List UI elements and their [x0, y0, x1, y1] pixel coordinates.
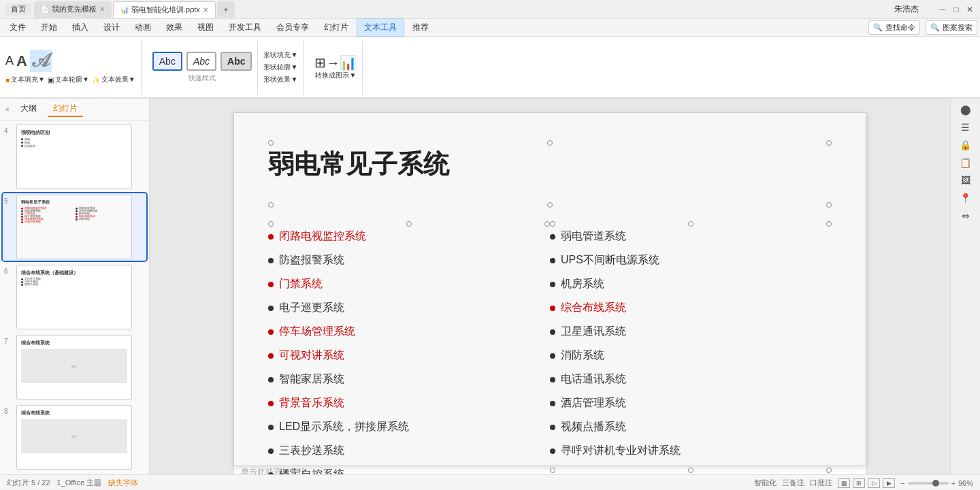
bullet-dot: [550, 425, 555, 430]
bullet-right-1: 弱电管道系统: [550, 229, 832, 244]
slide-canvas[interactable]: 弱电常见子系统: [233, 112, 866, 466]
ribbon-tab-animation[interactable]: 动画: [128, 19, 158, 36]
view-present[interactable]: ▷: [868, 478, 880, 488]
add-tab-button[interactable]: +: [217, 1, 235, 18]
ribbon-tab-start[interactable]: 开始: [34, 19, 64, 36]
handle-bm-title[interactable]: [547, 202, 553, 208]
right-panel-icon-1[interactable]: ⬤: [960, 104, 971, 115]
handle-tm-title[interactable]: [547, 140, 553, 146]
ribbon-tab-vip[interactable]: 会员专享: [270, 19, 316, 36]
tab-close-1[interactable]: ✕: [99, 5, 105, 13]
smart-label[interactable]: 智能化: [754, 478, 777, 488]
notes2-label[interactable]: 口批注: [810, 478, 832, 488]
slide-thumb-6[interactable]: 综合布线系统（基础建设） 工作区子系统 水平子系统 管理子系统: [16, 265, 132, 329]
handle-bl-title[interactable]: [268, 202, 274, 208]
slide-item-6[interactable]: 6 综合布线系统（基础建设） 工作区子系统 水平子系统 管理子系统: [3, 263, 146, 331]
shape-outline-button[interactable]: 形状轮廓▼: [263, 63, 297, 72]
bullet-dot: [268, 425, 274, 430]
ribbon-tab-view[interactable]: 视图: [191, 19, 220, 36]
right-panel-icon-7[interactable]: ⇔: [962, 210, 970, 221]
view-play[interactable]: ▶: [883, 478, 895, 488]
tab-pptx[interactable]: 📊 弱电智能化培训.pptx ✕: [113, 1, 216, 18]
slide-item-7[interactable]: 7 综合布线系统 图示: [3, 333, 146, 401]
bullet-dot: [268, 401, 274, 406]
bullet-text: 楼宇自控系统: [279, 468, 344, 474]
right-panel-icon-6[interactable]: 📍: [960, 193, 971, 203]
shape-fill-button[interactable]: 形状填充▼: [263, 50, 297, 60]
handle-tm-left[interactable]: [406, 221, 412, 227]
handle-tm-right[interactable]: [688, 221, 693, 227]
text-size-large[interactable]: A: [16, 52, 27, 70]
handle-tl-left[interactable]: [268, 221, 274, 227]
slide-item-8[interactable]: 8 综合布线系统 图示: [3, 404, 146, 471]
right-panel-icon-2[interactable]: ☰: [961, 122, 970, 133]
handle-tl-title[interactable]: [268, 140, 274, 146]
ribbon-tab-text-tool[interactable]: 文本工具: [357, 18, 404, 37]
right-panel-icon-3[interactable]: 🔒: [960, 140, 971, 150]
sidebar-tab-outline[interactable]: 大纲: [15, 101, 42, 117]
bullet-dot: [268, 448, 274, 454]
sidebar-collapse-button[interactable]: «: [5, 105, 10, 113]
handle-br-title[interactable]: [826, 202, 832, 208]
text-fill-button[interactable]: ■ 文本填充▼: [5, 75, 45, 84]
ribbon-tab-devtools[interactable]: 开发工具: [222, 19, 268, 36]
handle-bl-right[interactable]: [550, 468, 555, 473]
tab-close-2[interactable]: ✕: [203, 6, 208, 14]
ribbon-content: A A 𝒜 ■ 文本填充▼ ▣ 文本轮廓▼ ✨ 文本效果▼: [0, 37, 980, 98]
ribbon-tab-insert[interactable]: 插入: [65, 19, 95, 36]
slide-thumb-5[interactable]: 弱电常见子系统 闭路电视监控系统 防盗报警系统 门禁系统 电子巡更系统 停车场管…: [16, 195, 132, 259]
style-abc-2[interactable]: Abc: [186, 52, 216, 71]
slide-thumb-8[interactable]: 综合布线系统 图示: [16, 405, 132, 470]
search-icon: 🔍: [873, 23, 883, 32]
bullet-dot: [550, 306, 555, 311]
slide-item-4[interactable]: 4 强弱电的区别 强电 弱电 区别说明: [3, 123, 146, 191]
slide-thumb-4[interactable]: 强弱电的区别 强电 弱电 区别说明: [16, 125, 132, 189]
zoom-slider-thumb[interactable]: [932, 480, 939, 487]
slide-thumb-7[interactable]: 综合布线系统 图示: [16, 335, 132, 399]
zoom-out-button[interactable]: −: [900, 479, 904, 487]
text-style-fancy[interactable]: 𝒜: [30, 50, 52, 72]
ribbon-tab-design[interactable]: 设计: [97, 19, 127, 36]
slide-item-5[interactable]: 5 弱电常见子系统 闭路电视监控系统 防盗报警系统 门禁系统 电子巡更系统 停车…: [3, 193, 146, 261]
handle-tr-left[interactable]: [544, 221, 550, 227]
bullet-left-2: 防盗报警系统: [268, 253, 550, 267]
notes-label[interactable]: 三备注: [782, 478, 804, 488]
ribbon-tab-effect[interactable]: 效果: [159, 19, 189, 36]
zoom-level: 96%: [958, 479, 973, 487]
handle-tr-title[interactable]: [826, 140, 832, 146]
zoom-in-button[interactable]: +: [951, 479, 956, 487]
convert-button[interactable]: 转换成图示▼: [315, 71, 356, 80]
right-panel-icon-5[interactable]: 🖼: [961, 175, 970, 186]
bullet-dot: [268, 306, 274, 311]
handle-bm-right[interactable]: [688, 468, 693, 473]
zoom-slider[interactable]: [908, 482, 949, 485]
handle-br-right[interactable]: [826, 468, 832, 473]
view-icons: ▦ ⊞ ▷ ▶: [838, 478, 895, 488]
home-button[interactable]: 首页: [5, 3, 31, 16]
right-panel-icon-4[interactable]: 📋: [960, 157, 971, 168]
tab-template[interactable]: 📄 我的竞先模板 ✕: [34, 1, 112, 18]
close-button[interactable]: ✕: [965, 5, 975, 14]
handle-tl-right[interactable]: [550, 221, 555, 227]
search-command-box[interactable]: 🔍 查找命令: [868, 20, 920, 35]
ribbon-tab-recommend[interactable]: 推荐: [406, 19, 436, 36]
bullet-dot: [550, 258, 555, 263]
ribbon-tab-slide[interactable]: 幻灯片: [317, 19, 355, 36]
ribbon-tab-file[interactable]: 文件: [3, 19, 33, 36]
style-abc-3[interactable]: Abc: [220, 52, 252, 71]
minimize-button[interactable]: ─: [938, 5, 947, 14]
maximize-button[interactable]: □: [951, 5, 961, 14]
shape-effect-button[interactable]: 形状效果▼: [263, 75, 297, 84]
text-fill-dropdown[interactable]: A: [5, 54, 14, 68]
sidebar-tab-slides[interactable]: 幻灯片: [48, 101, 83, 117]
view-grid[interactable]: ⊞: [853, 478, 865, 488]
style-abc-1[interactable]: Abc: [152, 52, 182, 71]
template-search-box[interactable]: 🔍 图案搜索: [926, 20, 977, 35]
view-normal[interactable]: ▦: [838, 478, 850, 488]
handle-tr-right[interactable]: [826, 221, 832, 227]
text-outline-button[interactable]: ▣ 文本轮廓▼: [48, 75, 89, 84]
slide-list: 4 强弱电的区别 强电 弱电 区别说明 5 弱电常见子系统: [0, 120, 149, 474]
title-section: 弱电常见子系统: [268, 140, 832, 208]
text-effect-button[interactable]: ✨ 文本效果▼: [92, 75, 135, 84]
convert-icon[interactable]: ⊞→📊: [314, 54, 357, 71]
